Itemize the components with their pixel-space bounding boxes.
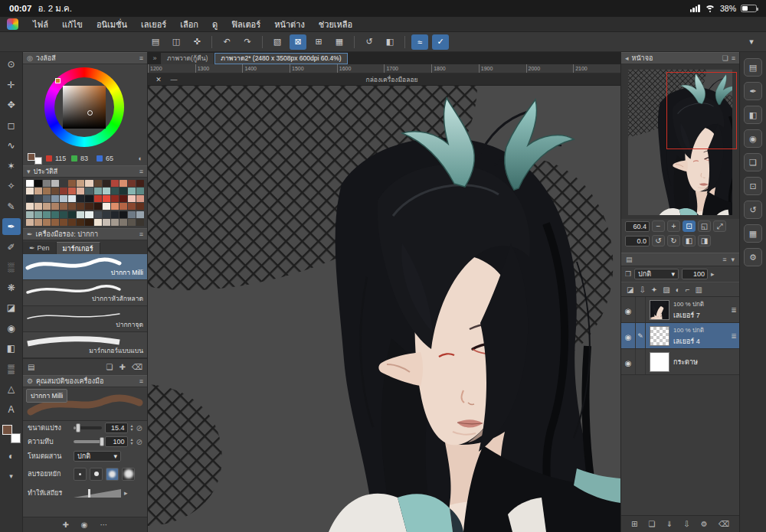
opacity-slider[interactable] xyxy=(74,440,102,443)
toolbar-more-icon[interactable]: ▾ xyxy=(743,34,760,50)
color-history-swatch[interactable] xyxy=(34,203,42,210)
color-history-swatch[interactable] xyxy=(85,203,93,210)
color-history-swatch[interactable] xyxy=(68,203,76,210)
clip-to-layer-icon[interactable]: ◪ xyxy=(627,286,633,294)
layer-grip-icon[interactable]: ≣ xyxy=(728,332,739,340)
rotate-ccw-icon[interactable]: ↺ xyxy=(652,235,665,246)
color-history-swatch[interactable] xyxy=(103,180,110,187)
merge-down-icon[interactable]: ⇓ xyxy=(666,520,673,528)
color-history-swatch[interactable] xyxy=(128,211,136,218)
layer-row-paper[interactable]: ◉ กระดาษ ≣ xyxy=(621,349,739,375)
subtool-menu-icon[interactable]: ▤ xyxy=(28,363,34,371)
color-history-swatch[interactable] xyxy=(60,203,67,210)
delete-subtool-icon[interactable]: ⌫ xyxy=(132,363,142,371)
main-color-swatch[interactable] xyxy=(2,425,12,435)
color-history-swatch[interactable] xyxy=(136,211,144,218)
color-picker-handle[interactable] xyxy=(87,110,93,116)
delete-layer-icon[interactable]: ⌫ xyxy=(719,520,729,528)
menu-item[interactable]: ฟิลเตอร์ xyxy=(224,17,267,32)
flip-vertical-icon[interactable]: ◨ xyxy=(698,235,711,246)
color-history-swatch[interactable] xyxy=(85,180,93,187)
color-history-swatch[interactable] xyxy=(94,203,102,210)
color-history-swatch[interactable] xyxy=(119,219,127,226)
blend-mode-dropdown[interactable]: ปกติ ▾ xyxy=(74,451,121,462)
color-history-swatch[interactable] xyxy=(103,195,110,202)
color-history-swatch[interactable] xyxy=(94,188,102,194)
color-history-swatch[interactable] xyxy=(119,203,127,210)
menu-item[interactable]: ดู xyxy=(205,17,224,32)
snap-grid-icon[interactable]: ▦ xyxy=(331,34,348,50)
layer-row-4-selected[interactable]: ◉ ✎ 100 % ปกติ เลเยอร์ 4 ≣ xyxy=(621,323,739,349)
rotate-cw-icon[interactable]: ↻ xyxy=(667,235,680,246)
panel-settings-icon[interactable]: ⚙ xyxy=(744,248,762,266)
new-layer-icon[interactable]: ⊞ xyxy=(631,520,637,528)
new-folder-icon[interactable]: ❏ xyxy=(649,520,656,528)
color-history-swatch[interactable] xyxy=(77,188,84,194)
vector-snap-icon[interactable]: ✓ xyxy=(432,34,449,50)
color-history-swatch[interactable] xyxy=(136,219,144,226)
color-wheel-menu-icon[interactable]: ≡ xyxy=(139,54,143,62)
color-history-swatch[interactable] xyxy=(103,219,110,226)
deselect-icon[interactable]: ▧ xyxy=(269,34,286,50)
register-color-icon[interactable]: ✚ xyxy=(62,521,68,529)
color-history-swatch[interactable] xyxy=(128,180,136,187)
layer-thumbnail[interactable] xyxy=(650,300,669,320)
panel-history-icon[interactable]: ↺ xyxy=(744,201,762,219)
color-history-swatch[interactable] xyxy=(51,211,59,218)
snap-ruler-icon[interactable]: ⊠ xyxy=(290,34,306,50)
decoration-tool[interactable]: ❋ xyxy=(2,279,21,296)
fit-to-screen-icon[interactable]: ⊡ xyxy=(683,220,696,232)
color-history-swatch[interactable] xyxy=(43,180,51,187)
color-history-swatch[interactable] xyxy=(136,188,144,194)
tool-strip-more-icon[interactable]: ▾ xyxy=(2,468,21,485)
brush-tool[interactable]: ✐ xyxy=(2,239,21,256)
color-history-swatch[interactable] xyxy=(85,188,93,194)
hue-ring-handle[interactable] xyxy=(55,78,61,83)
subtool-menu-header-icon[interactable]: ≡ xyxy=(139,230,143,238)
stabilization-slider[interactable] xyxy=(74,489,121,498)
color-history-swatch[interactable] xyxy=(34,219,42,226)
color-history-swatch[interactable] xyxy=(77,219,84,226)
color-history-swatch[interactable] xyxy=(77,195,84,202)
transparent-color-icon[interactable]: ◐ xyxy=(2,448,21,465)
brush-size-dynamics-icon[interactable]: ⊘ xyxy=(136,424,142,432)
layer-opacity-value[interactable]: 100 xyxy=(682,269,708,279)
canvas-artwork[interactable] xyxy=(148,86,620,532)
brush-size-stepper[interactable]: ▴▾ xyxy=(131,424,133,432)
color-history-swatch[interactable] xyxy=(60,211,67,218)
color-history-swatch[interactable] xyxy=(94,211,102,218)
transfer-down-icon[interactable]: ⇩ xyxy=(639,286,645,294)
tab-scroll-icon[interactable]: » xyxy=(149,53,160,64)
figure-tool[interactable]: △ xyxy=(2,380,21,397)
navigator-view-rectangle[interactable] xyxy=(666,72,737,149)
pencil-tool[interactable]: ✎ xyxy=(2,198,21,215)
actual-size-icon[interactable]: ⤢ xyxy=(713,220,726,232)
panel-layer-icon[interactable]: ❏ xyxy=(744,153,762,171)
color-history-swatch[interactable] xyxy=(136,195,144,202)
duplicate-subtool-icon[interactable]: ❏ xyxy=(106,363,113,371)
color-history-swatch[interactable] xyxy=(94,180,102,187)
color-history-swatch[interactable] xyxy=(111,180,119,187)
touch-gesture-icon[interactable]: ✜ xyxy=(188,34,205,50)
wand-tool[interactable]: ✶ xyxy=(2,158,21,175)
color-history-swatch[interactable] xyxy=(119,211,127,218)
zoom-out-icon[interactable]: − xyxy=(652,220,665,232)
color-history-swatch[interactable] xyxy=(103,211,110,218)
zoom-tool[interactable]: ⊙ xyxy=(2,56,21,73)
hand-tool[interactable]: ✛ xyxy=(2,77,21,93)
flip-horizontal-icon[interactable]: ◧ xyxy=(683,235,696,246)
layer-ruler-icon[interactable]: ⌐ xyxy=(686,286,690,294)
color-history-swatch[interactable] xyxy=(128,195,136,202)
color-history-swatch[interactable] xyxy=(103,188,110,194)
menu-item[interactable]: หน้าต่าง xyxy=(267,17,312,32)
color-history-menu-icon[interactable]: ≡ xyxy=(139,168,143,175)
color-history-swatch[interactable] xyxy=(68,188,76,194)
color-history-swatch[interactable] xyxy=(94,195,102,202)
color-history-swatch[interactable] xyxy=(26,219,34,226)
layer-blend-dropdown[interactable]: ปกติ ▾ xyxy=(634,269,679,279)
subtool-item-felt-pen[interactable]: ปากกาหัวสักหลาด xyxy=(23,280,147,306)
color-history-swatch[interactable] xyxy=(68,211,76,218)
color-history-swatch[interactable] xyxy=(128,188,136,194)
color-history-swatch[interactable] xyxy=(34,188,42,194)
color-history-swatch[interactable] xyxy=(77,211,84,218)
